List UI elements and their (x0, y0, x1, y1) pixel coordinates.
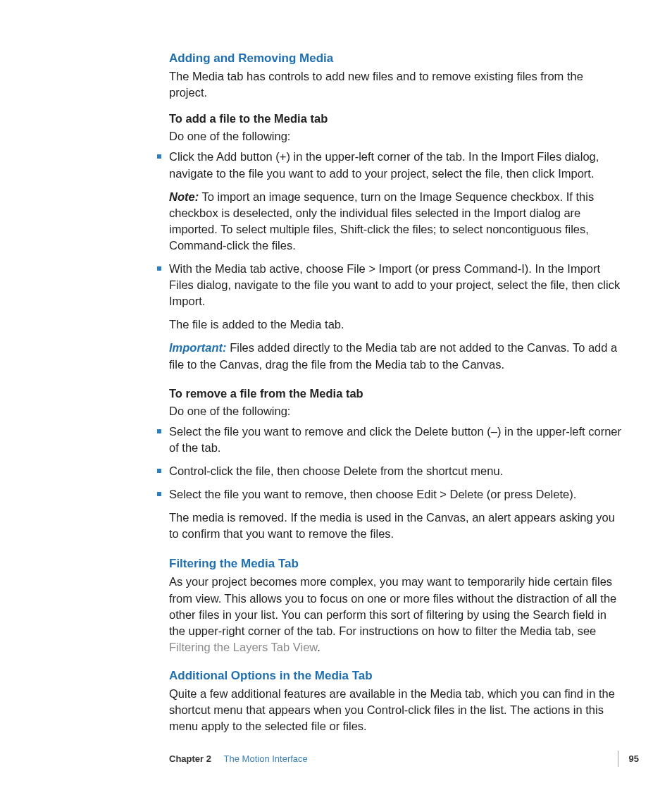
body-text: Do one of the following: (169, 128, 621, 144)
note-paragraph: Note: To import an image sequence, turn … (169, 189, 621, 254)
subheading-to-add-file: To add a file to the Media tab (169, 111, 621, 127)
body-text: Quite a few additional features are avai… (169, 686, 621, 734)
body-text: The file is added to the Media tab. (169, 316, 621, 333)
footer-chapter: Chapter 2 The Motion Interface (169, 753, 308, 764)
heading-additional-options-media-tab: Additional Options in the Media Tab (169, 668, 621, 684)
body-text-span: . (317, 641, 321, 653)
list-item: Select the file you want to remove and c… (157, 424, 621, 456)
list-item: With the Media tab active, choose File >… (157, 261, 621, 373)
body-text-span: As your project becomes more complex, yo… (169, 575, 616, 636)
page-footer: Chapter 2 The Motion Interface 95 (0, 753, 672, 770)
list-item-text: Control-click the file, then choose Dele… (169, 464, 503, 477)
list-item: Click the Add button (+) in the upper-le… (157, 149, 621, 254)
list-item-text: Select the file you want to remove and c… (169, 425, 621, 454)
heading-filtering-media-tab: Filtering the Media Tab (169, 556, 621, 572)
list-item-text: With the Media tab active, choose File >… (169, 262, 620, 307)
footer-chapter-label: Chapter 2 (169, 753, 211, 764)
list-item: Control-click the file, then choose Dele… (157, 463, 621, 479)
important-text: Files added directly to the Media tab ar… (169, 341, 617, 370)
subheading-to-remove-file: To remove a file from the Media tab (169, 386, 621, 402)
link-filtering-layers-tab-view[interactable]: Filtering the Layers Tab View (169, 641, 317, 653)
spacer (169, 549, 621, 556)
bullet-list: Click the Add button (+) in the upper-le… (169, 149, 621, 372)
body-text: The Media tab has controls to add new fi… (169, 68, 621, 101)
note-text: To import an image sequence, turn on the… (169, 190, 594, 252)
body-text: The media is removed. If the media is us… (169, 510, 621, 542)
footer-page-number: 95 (629, 753, 639, 764)
bullet-list: Select the file you want to remove and c… (169, 424, 621, 543)
footer-chapter-name: The Motion Interface (224, 753, 308, 764)
important-paragraph: Important: Files added directly to the M… (169, 340, 621, 372)
list-item: Select the file you want to remove, then… (157, 486, 621, 542)
important-label: Important: (169, 341, 227, 354)
heading-adding-removing-media: Adding and Removing Media (169, 51, 621, 66)
body-text: Do one of the following: (169, 403, 621, 419)
list-item-text: Select the file you want to remove, then… (169, 488, 576, 500)
footer-divider (618, 751, 618, 767)
body-text: As your project becomes more complex, yo… (169, 574, 621, 655)
note-label: Note: (169, 190, 199, 203)
list-item-text: Click the Add button (+) in the upper-le… (169, 150, 599, 179)
page: Adding and Removing Media The Media tab … (0, 0, 672, 807)
spacer (169, 380, 621, 386)
